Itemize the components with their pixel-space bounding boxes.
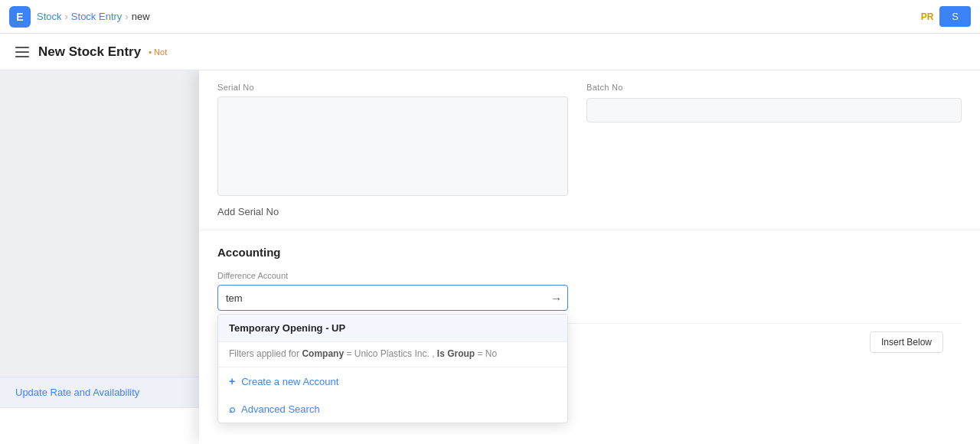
breadcrumb-sep-1: › [65, 11, 68, 22]
search-arrow-button[interactable]: → [550, 292, 562, 305]
breadcrumb-current: new [132, 11, 150, 22]
serial-section: Serial No Add Serial No Batch No [199, 70, 980, 230]
modal-panel: Serial No Add Serial No Batch No Account… [199, 70, 980, 444]
dropdown-item-temporary-opening[interactable]: Temporary Opening - UP [218, 315, 567, 341]
advanced-search-item[interactable]: ⌕ Advanced Search [218, 395, 567, 423]
breadcrumb: Stock › Stock Entry › new [37, 11, 150, 22]
batch-no-input[interactable] [586, 98, 962, 122]
diff-account-input[interactable] [217, 285, 568, 311]
plus-icon: + [229, 375, 235, 387]
accounting-section: Accounting Difference Account → Temporar… [199, 230, 980, 323]
add-serial-link[interactable]: Add Serial No [217, 206, 279, 217]
nav-right: PR S [921, 6, 971, 27]
top-nav: E Stock › Stock Entry › new PR S [0, 0, 980, 34]
dropdown-actions: + Create a new Account ⌕ Advanced Search [218, 367, 567, 423]
serial-no-field: Serial No Add Serial No [217, 83, 568, 217]
search-icon: ⌕ [229, 403, 235, 415]
save-button[interactable]: S [939, 6, 971, 27]
dropdown-menu: Temporary Opening - UP Filters applied f… [217, 314, 568, 423]
insert-below-button[interactable]: Insert Below [870, 331, 943, 353]
batch-no-field: Batch No [586, 83, 962, 217]
diff-account-wrapper: → Temporary Opening - UP Filters applied… [217, 285, 568, 311]
dropdown-filter-info: Filters applied for Company = Unico Plas… [218, 341, 567, 367]
page-header: New Stock Entry • Not [0, 34, 980, 70]
app-icon[interactable]: E [9, 6, 31, 28]
accounting-heading: Accounting [217, 246, 962, 259]
breadcrumb-sep-2: › [125, 11, 128, 22]
breadcrumb-stock[interactable]: Stock [37, 11, 62, 22]
update-rate-link[interactable]: Update Rate and Availability [15, 387, 139, 398]
pr-badge: PR [921, 11, 934, 22]
hamburger-menu[interactable] [15, 47, 29, 57]
create-new-account-item[interactable]: + Create a new Account [218, 367, 567, 395]
breadcrumb-stock-entry[interactable]: Stock Entry [71, 11, 122, 22]
main-content: Update Rate and Availability Download Up… [0, 70, 980, 444]
batch-no-label: Batch No [586, 83, 962, 92]
serial-no-label: Serial No [217, 83, 568, 92]
page-title: New Stock Entry [38, 44, 141, 60]
serial-no-textarea[interactable] [217, 96, 568, 196]
not-saved-badge: • Not [149, 47, 167, 57]
diff-account-label: Difference Account [217, 271, 962, 280]
